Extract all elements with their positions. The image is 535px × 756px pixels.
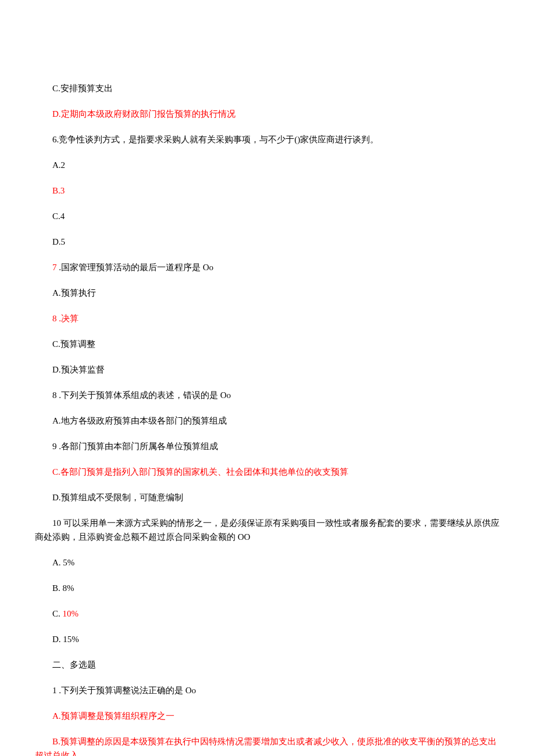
number: 8: [52, 314, 57, 323]
question-text: .国家管理预算活动的最后一道程序是 Oo: [57, 263, 214, 272]
text: 9 .各部门预算由本部门所属各单位预算组成: [52, 442, 218, 451]
option-d-10: D. 15%: [35, 632, 500, 646]
option-d-7: D.预决算监督: [35, 363, 500, 377]
option-c-7: C.预算调整: [35, 337, 500, 351]
question-8: 8 .下列关于预算体系组成的表述，错误的是 Oo: [35, 388, 500, 402]
option-a-10: A. 5%: [35, 556, 500, 569]
question-10: 10 可以采用单一来源方式采购的情形之一，是必须保证原有采购项目一致性或者服务配…: [35, 516, 500, 544]
text: A.预算执行: [52, 288, 96, 298]
text: .决算: [57, 314, 79, 323]
text: B. 8%: [52, 583, 74, 593]
text: 二、多选题: [52, 660, 96, 669]
option-b-6-answer: B.3: [35, 184, 500, 198]
text: 10 可以采用单一来源方式采购的情形之一，是必须保证原有采购项目一致性或者服务配…: [35, 518, 500, 542]
text: B.3: [52, 186, 65, 195]
text: D. 15%: [52, 635, 79, 644]
text: 1 .下列关于预算调整说法正确的是 Oo: [52, 686, 196, 695]
text: D.5: [52, 237, 65, 246]
text: 8 .下列关于预算体系组成的表述，错误的是 Oo: [52, 390, 231, 400]
multi-question-1: 1 .下列关于预算调整说法正确的是 Oo: [35, 683, 500, 697]
text: A.预算调整是预算组织程序之一: [52, 711, 174, 721]
option-d-5-answer: D.定期向本级政府财政部门报告预算的执行情况: [35, 107, 500, 121]
section-header-multi: 二、多选题: [35, 658, 500, 672]
option-d-8: D.预算组成不受限制，可随意编制: [35, 490, 500, 504]
multi-option-b-1-answer: B.预算调整的原因是本级预算在执行中因特殊情况需要增加支出或者减少收入，使原批准…: [35, 734, 500, 756]
option-b-10: B. 8%: [35, 581, 500, 595]
text: C.4: [52, 212, 65, 221]
text: D.预算组成不受限制，可随意编制: [52, 493, 183, 502]
text: A. 5%: [52, 558, 74, 567]
text: C.各部门预算是指列入部门预算的国家机关、社会团体和其他单位的收支预算: [52, 467, 348, 476]
option-a-8: A.地方各级政府预算由本级各部门的预算组成: [35, 414, 500, 428]
option-a-6: A.2: [35, 158, 500, 172]
text: B.预算调整的原因是本级预算在执行中因特殊情况需要增加支出或者减少收入，使原批准…: [35, 737, 497, 756]
question-7: 7 .国家管理预算活动的最后一道程序是 Oo: [35, 260, 500, 274]
multi-option-a-1-answer: A.预算调整是预算组织程序之一: [35, 709, 500, 723]
option-a-7: A.预算执行: [35, 286, 500, 300]
option-c-6: C.4: [35, 209, 500, 223]
text: A.2: [52, 160, 65, 170]
option-b-7-answer: 8 .决算: [35, 311, 500, 325]
option-c-8-answer: C.各部门预算是指列入部门预算的国家机关、社会团体和其他单位的收支预算: [35, 465, 500, 479]
text: A.地方各级政府预算由本级各部门的预算组成: [52, 416, 227, 425]
text: C.预算调整: [52, 339, 95, 349]
option-value: 10%: [63, 609, 79, 618]
option-c-10-answer: C. 10%: [35, 607, 500, 621]
option-d-6: D.5: [35, 235, 500, 249]
option-c-5: C.安排预算支出: [35, 81, 500, 95]
text: C.安排预算支出: [52, 84, 113, 93]
text: 6.竞争性谈判方式，是指要求采购人就有关采购事项，与不少于()家供应商进行谈判。: [52, 135, 379, 144]
text: D.预决算监督: [52, 365, 105, 374]
option-label: C.: [52, 609, 63, 618]
text: D.定期向本级政府财政部门报告预算的执行情况: [52, 109, 236, 119]
option-b-8: 9 .各部门预算由本部门所属各单位预算组成: [35, 439, 500, 453]
question-number: 7: [52, 263, 57, 272]
question-6: 6.竞争性谈判方式，是指要求采购人就有关采购事项，与不少于()家供应商进行谈判。: [35, 132, 500, 146]
